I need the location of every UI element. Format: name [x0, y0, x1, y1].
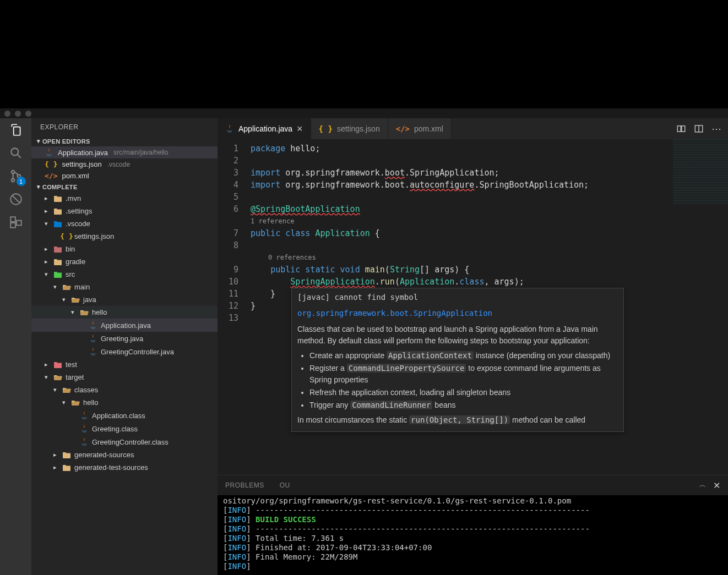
hover-tooltip[interactable]: [javac] cannot find symbol org.springfra…: [291, 288, 624, 432]
traffic-light-zoom[interactable]: [25, 111, 31, 117]
compare-icon[interactable]: [676, 124, 686, 134]
tree-label: .vscode: [66, 220, 90, 228]
codelens[interactable]: 0 references: [251, 251, 728, 264]
line-number: 5: [218, 191, 244, 203]
codelens[interactable]: 1 reference: [251, 215, 728, 227]
tree-folder[interactable]: ▾src: [31, 268, 218, 281]
code-error: autoconfigure: [410, 180, 474, 190]
term-line: [INFO] ---------------------------------…: [223, 524, 722, 534]
svg-rect-10: [677, 126, 681, 132]
tree-file[interactable]: Application.class: [31, 409, 218, 422]
java-file-icon: [225, 124, 234, 133]
hover-text: method can be called: [510, 415, 585, 424]
search-icon[interactable]: [8, 145, 24, 161]
traffic-light-close[interactable]: [4, 111, 10, 117]
tree-folder[interactable]: ▸.settings: [31, 205, 218, 217]
traffic-light-minimize[interactable]: [15, 111, 21, 117]
code-text: , args);: [484, 277, 524, 287]
explorer-icon[interactable]: [8, 122, 24, 138]
chevron-up-icon[interactable]: ︿: [699, 480, 707, 491]
debug-icon[interactable]: [8, 191, 24, 207]
code-text: hello;: [285, 144, 320, 154]
close-icon[interactable]: ×: [297, 123, 303, 135]
open-editor-item[interactable]: </> pom.xml: [31, 170, 218, 182]
tree-folder[interactable]: ▸generated-sources: [31, 448, 218, 461]
file-icon: [89, 347, 97, 356]
close-panel-icon[interactable]: ✕: [713, 480, 721, 491]
file-icon: [62, 283, 71, 291]
scm-badge: 1: [17, 177, 26, 186]
output-tab[interactable]: OU: [280, 481, 290, 489]
tree-folder[interactable]: ▾java: [31, 293, 218, 306]
twisty-icon: ▸: [42, 195, 50, 202]
editor-tabs: Application.java × { } settings.json </>…: [218, 118, 728, 139]
tree-folder[interactable]: ▾main: [31, 281, 218, 293]
type: Application: [400, 277, 454, 287]
tree-folder[interactable]: ▾hello: [31, 306, 218, 319]
open-editor-item[interactable]: Application.java src/main/java/hello: [31, 146, 218, 158]
source-control-icon[interactable]: 1: [8, 168, 24, 184]
tree-label: gradle: [66, 258, 85, 266]
tree-folder[interactable]: ▾hello: [31, 396, 218, 409]
tree-file[interactable]: Application.java: [31, 319, 218, 332]
tree-label: target: [66, 373, 84, 381]
svg-line-1: [17, 155, 20, 158]
tree-folder[interactable]: ▾target: [31, 371, 218, 384]
info-tag: INFO: [227, 506, 246, 514]
keyword: static: [300, 265, 340, 275]
tree-file[interactable]: { }settings.json: [31, 230, 218, 243]
project-label: COMPLETE: [42, 184, 78, 190]
open-editor-item[interactable]: { } settings.json .vscode: [31, 158, 218, 170]
annotation: @SpringBootApplication: [251, 204, 360, 214]
term-line: [INFO] Finished at: 2017-09-04T23:33:04+…: [223, 543, 722, 552]
chevron-down-icon: ▾: [35, 183, 42, 190]
tree-folder[interactable]: ▸gradle: [31, 255, 218, 268]
twisty-icon: ▸: [51, 464, 59, 471]
code-editor[interactable]: 12345678910111213 package hello; import …: [218, 139, 728, 475]
line-number: 13: [218, 312, 244, 324]
terminal[interactable]: ository/org/springframework/gs-rest-serv…: [218, 495, 728, 575]
tab-settings-json[interactable]: { } settings.json: [311, 118, 388, 139]
tab-pom-xml[interactable]: </> pom.xml: [388, 118, 452, 139]
tree-label: hello: [92, 308, 107, 316]
svg-rect-7: [10, 217, 15, 222]
tree-file[interactable]: Greeting.class: [31, 422, 218, 435]
tree-file[interactable]: GreetingController.java: [31, 345, 218, 358]
line-number: 2: [218, 155, 244, 167]
tree-folder[interactable]: ▸generated-test-sources: [31, 461, 218, 474]
file-icon: [62, 464, 71, 472]
extensions-icon[interactable]: [8, 214, 24, 231]
twisty-icon: ▾: [60, 399, 68, 406]
line-number: 10: [218, 276, 244, 288]
tree-folder[interactable]: ▾.vscode: [31, 217, 218, 230]
tree-folder[interactable]: ▾classes: [31, 384, 218, 396]
hover-link[interactable]: org.springframework.boot.SpringApplicati…: [297, 308, 618, 319]
code-chip: CommandLineRunner: [350, 401, 432, 409]
more-icon[interactable]: ⋯: [711, 123, 721, 135]
xml-file-icon: </>: [396, 124, 410, 133]
open-editors-header[interactable]: ▾ OPEN EDITORS: [31, 136, 218, 146]
keyword: import: [251, 180, 280, 190]
tree-folder[interactable]: ▸.mvn: [31, 192, 218, 205]
hover-description: Classes that can be used to bootstrap an…: [297, 324, 618, 347]
keyword: public: [270, 265, 300, 275]
problems-tab[interactable]: PROBLEMS: [225, 481, 264, 489]
tree-folder[interactable]: ▸bin: [31, 243, 218, 255]
tab-application-java[interactable]: Application.java ×: [218, 118, 311, 139]
code-text: .: [375, 277, 380, 287]
file-icon: [53, 195, 62, 202]
tree-file[interactable]: GreetingController.class: [31, 435, 218, 448]
tree-file[interactable]: Greeting.java: [31, 332, 218, 345]
tree-label: GreetingController.java: [101, 348, 174, 356]
split-editor-icon[interactable]: [694, 124, 704, 134]
tree-label: generated-sources: [74, 451, 134, 459]
hover-text: Trigger any: [309, 401, 350, 409]
twisty-icon: ▸: [42, 207, 50, 215]
file-icon: [89, 321, 97, 330]
line-number: [218, 215, 244, 227]
line-number: 1: [218, 143, 244, 155]
keyword: package: [251, 144, 285, 154]
bracket: ]: [246, 506, 251, 514]
tree-folder[interactable]: ▸test: [31, 358, 218, 371]
project-header[interactable]: ▾ COMPLETE: [31, 182, 218, 192]
